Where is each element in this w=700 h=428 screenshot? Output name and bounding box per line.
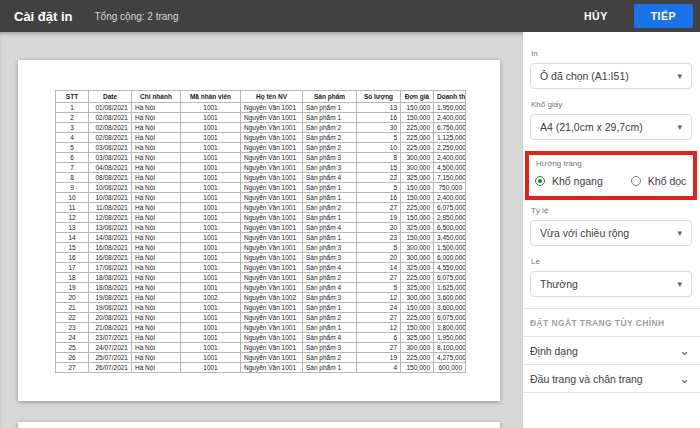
table-row: 1818/08/2021Hà Nội1001Nguyễn Văn 1001Sản… — [56, 273, 466, 283]
table-cell: 11 — [56, 203, 89, 213]
next-button[interactable]: TIẾP — [634, 4, 693, 28]
margins-select[interactable]: Thường ▾ — [530, 271, 692, 297]
table-cell: 18/08/2021 — [89, 273, 132, 283]
table-cell: Nguyễn Văn 1001 — [241, 123, 303, 133]
table-cell: Nguyễn Văn 1001 — [241, 193, 303, 203]
table-cell: Hà Nội — [132, 133, 181, 143]
table-cell: 26 — [56, 353, 89, 363]
table-header-row: STTDateChi nhánhMã nhân viênHọ tên NVSản… — [56, 91, 466, 103]
table-cell: Nguyễn Văn 1001 — [241, 303, 303, 313]
table-cell: 4,500,000 — [434, 163, 466, 173]
custom-page-breaks-row[interactable]: ĐẶT NGẮT TRANG TÙY CHỈNH — [530, 309, 692, 336]
paper-size-value: A4 (21,0cm x 29,7cm) — [540, 121, 677, 133]
table-cell: 7,150,000 — [434, 173, 466, 183]
table-cell: Nguyễn Văn 1001 — [241, 313, 303, 323]
cancel-button[interactable]: HỦY — [584, 10, 608, 22]
table-cell: 225,000 — [401, 123, 434, 133]
table-cell: 325,000 — [401, 263, 434, 273]
table-cell: Sản phẩm 2 — [303, 353, 357, 363]
table-cell: 18/08/2021 — [89, 283, 132, 293]
table-row: 1313/08/2021Hà Nội1001Nguyễn Văn 1001Sản… — [56, 223, 466, 233]
table-cell: 5 — [357, 133, 401, 143]
table-header: STTDateChi nhánhMã nhân viênHọ tên NVSản… — [56, 91, 466, 103]
table-cell: Sản phẩm 3 — [303, 293, 357, 303]
radio-portrait[interactable]: Khổ dọc — [631, 175, 687, 187]
table-cell: Nguyễn Văn 1001 — [241, 343, 303, 353]
orientation-annotation-highlight: Hướng trang Khổ ngang Khổ dọc — [525, 151, 697, 200]
table-cell: 16 — [357, 113, 401, 123]
table-cell: 6,000,000 — [434, 253, 466, 263]
formatting-label: Định dạng — [530, 345, 578, 357]
table-cell: 03/08/2021 — [89, 143, 132, 153]
table-cell: 1001 — [181, 173, 241, 183]
table-row: 1414/08/2021Hà Nội1001Nguyễn Văn 1001Sản… — [56, 233, 466, 243]
preview-page-2 — [18, 422, 500, 428]
table-cell: Hà Nội — [132, 223, 181, 233]
table-cell: 20 — [357, 253, 401, 263]
headers-footers-section-toggle[interactable]: Đầu trang và chân trang ⌄ — [530, 365, 692, 392]
table-row: 2423/07/2021Hà Nội1001Nguyễn Văn 1001Sản… — [56, 333, 466, 343]
table-cell: Hà Nội — [132, 193, 181, 203]
paper-size-label: Khổ giấy — [531, 100, 692, 109]
table-cell: 3,450,000 — [434, 233, 466, 243]
table-cell: 23/07/2021 — [89, 333, 132, 343]
table-row: 1616/08/2021Hà Nội1001Nguyễn Văn 1001Sản… — [56, 253, 466, 263]
table-cell: 5 — [357, 283, 401, 293]
table-cell: 26/07/2021 — [89, 363, 132, 373]
table-cell: 300,000 — [401, 343, 434, 353]
table-cell: 19 — [357, 213, 401, 223]
table-cell: Sản phẩm 4 — [303, 223, 357, 233]
table-cell: Hà Nội — [132, 183, 181, 193]
table-cell: 225,000 — [401, 133, 434, 143]
table-cell: 1,950,000 — [434, 103, 466, 113]
table-cell: 1001 — [181, 223, 241, 233]
table-row: 1918/08/2021Hà Nội1001Nguyễn Văn 1001Sản… — [56, 283, 466, 293]
table-row: 2321/08/2021Hà Nội1001Nguyễn Văn 1001Sản… — [56, 323, 466, 333]
table-cell: Nguyễn Văn 1001 — [241, 353, 303, 363]
table-cell: 16/08/2021 — [89, 243, 132, 253]
table-cell: 12/08/2021 — [89, 213, 132, 223]
table-cell: 600,000 — [434, 363, 466, 373]
table-cell: Hà Nội — [132, 153, 181, 163]
scale-select[interactable]: Vừa với chiều rộng ▾ — [530, 220, 692, 246]
table-cell: Sản phẩm 1 — [303, 363, 357, 373]
table-cell: 22 — [56, 313, 89, 323]
table-cell: 3,600,000 — [434, 293, 466, 303]
table-cell: 1001 — [181, 243, 241, 253]
print-range-select[interactable]: Ô đã chọn (A1:I51) ▾ — [530, 63, 692, 89]
table-row: 101/08/2021Hà Nội1001Nguyễn Văn 1001Sản … — [56, 103, 466, 113]
table-cell: 2,400,000 — [434, 113, 466, 123]
table-cell: Hà Nội — [132, 173, 181, 183]
table-cell: 1001 — [181, 323, 241, 333]
table-cell: Hà Nội — [132, 273, 181, 283]
formatting-section-toggle[interactable]: Định dạng ⌄ — [530, 337, 692, 364]
table-cell: 1,800,000 — [434, 323, 466, 333]
table-cell: 15 — [56, 243, 89, 253]
custom-page-breaks-button[interactable]: ĐẶT NGẮT TRANG TÙY CHỈNH — [530, 318, 665, 328]
table-cell: 300,000 — [401, 243, 434, 253]
table-cell: 225,000 — [401, 203, 434, 213]
table-cell: 5 — [357, 243, 401, 253]
table-cell: 300,000 — [401, 163, 434, 173]
table-cell: 12 — [56, 213, 89, 223]
table-cell: Hà Nội — [132, 233, 181, 243]
table-cell: 2,250,000 — [434, 143, 466, 153]
table-cell: 20/08/2021 — [89, 313, 132, 323]
table-cell: 225,000 — [401, 273, 434, 283]
paper-size-select[interactable]: A4 (21,0cm x 29,7cm) ▾ — [530, 114, 692, 140]
table-row: 2220/08/2021Hà Nội1001Nguyễn Văn 1001Sản… — [56, 313, 466, 323]
table-cell: 24 — [357, 303, 401, 313]
table-cell: 1001 — [181, 113, 241, 123]
dialog-body: STTDateChi nhánhMã nhân viênHọ tên NVSản… — [0, 32, 700, 428]
table-cell: Sản phẩm 1 — [303, 233, 357, 243]
table-cell: 4 — [56, 133, 89, 143]
table-cell: 150,000 — [401, 103, 434, 113]
table-cell: Sản phẩm 3 — [303, 343, 357, 353]
radio-landscape[interactable]: Khổ ngang — [535, 175, 603, 187]
table-cell: 150,000 — [401, 113, 434, 123]
table-cell: 6,750,000 — [434, 123, 466, 133]
table-cell: 150,000 — [401, 233, 434, 243]
table-cell: Hà Nội — [132, 313, 181, 323]
table-cell: Nguyễn Văn 1001 — [241, 243, 303, 253]
print-range-label: In — [531, 49, 692, 58]
